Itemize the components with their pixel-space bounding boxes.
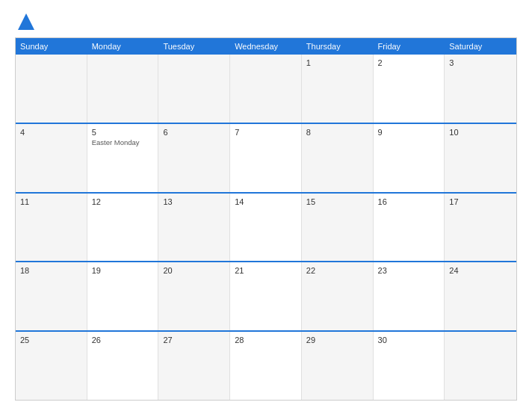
day-number: 15: [306, 197, 368, 206]
day-cell-2-3: 14: [230, 194, 302, 262]
day-number: 9: [378, 128, 440, 137]
day-cell-1-2: 6: [158, 124, 230, 192]
week-row-4: 252627282930: [16, 330, 516, 400]
logo-icon: [18, 13, 34, 30]
day-cell-4-4: 29: [302, 332, 374, 400]
week-row-0: 123: [16, 55, 516, 123]
day-number: 21: [235, 266, 297, 275]
day-number: 12: [92, 197, 154, 206]
day-cell-3-3: 21: [230, 262, 302, 330]
day-number: 3: [449, 58, 512, 67]
day-number: 25: [20, 336, 82, 344]
day-header-sunday: Sunday: [16, 38, 87, 55]
day-number: 17: [449, 197, 512, 206]
day-number: 6: [163, 128, 225, 137]
logo: [15, 13, 34, 30]
day-number: 2: [378, 58, 440, 67]
day-number: 5: [92, 128, 154, 137]
day-cell-3-1: 19: [87, 262, 159, 330]
day-number: 11: [20, 197, 82, 206]
day-header-thursday: Thursday: [302, 38, 374, 55]
day-cell-1-0: 4: [16, 124, 87, 192]
event-label: Easter Monday: [92, 138, 154, 146]
day-cell-0-1: [87, 55, 159, 123]
day-cell-4-3: 28: [230, 332, 302, 400]
day-cell-3-6: 24: [445, 262, 516, 330]
day-cell-3-0: 18: [16, 262, 87, 330]
day-cell-1-1: 5Easter Monday: [87, 124, 159, 192]
day-number: 4: [20, 128, 82, 137]
day-number: 30: [378, 336, 440, 344]
day-cell-1-3: 7: [230, 124, 302, 192]
day-number: 10: [449, 128, 512, 137]
day-header-wednesday: Wednesday: [230, 38, 302, 55]
day-cell-3-5: 23: [374, 262, 445, 330]
day-cell-1-5: 9: [374, 124, 445, 192]
page: SundayMondayTuesdayWednesdayThursdayFrid…: [0, 0, 532, 411]
day-number: 16: [378, 197, 440, 206]
day-cell-3-2: 20: [158, 262, 230, 330]
week-row-1: 45Easter Monday678910: [16, 123, 516, 192]
day-number: 7: [235, 128, 297, 137]
weeks: 12345Easter Monday6789101112131415161718…: [16, 55, 516, 400]
day-number: 22: [306, 266, 368, 275]
day-cell-0-2: [158, 55, 230, 123]
day-number: 27: [163, 336, 225, 344]
day-cell-0-5: 2: [374, 55, 445, 123]
day-number: 20: [163, 266, 225, 275]
day-cell-2-2: 13: [158, 194, 230, 262]
day-cell-4-2: 27: [158, 332, 230, 400]
svg-marker-0: [18, 13, 34, 30]
day-cell-4-5: 30: [374, 332, 445, 400]
day-number: 19: [92, 266, 154, 275]
day-headers: SundayMondayTuesdayWednesdayThursdayFrid…: [16, 38, 516, 55]
day-cell-2-6: 17: [445, 194, 516, 262]
day-cell-1-6: 10: [445, 124, 516, 192]
week-row-2: 11121314151617: [16, 192, 516, 262]
day-cell-0-4: 1: [302, 55, 374, 123]
day-cell-0-0: [16, 55, 87, 123]
day-number: 24: [449, 266, 512, 275]
day-cell-2-0: 11: [16, 194, 87, 262]
day-cell-0-3: [230, 55, 302, 123]
day-number: 18: [20, 266, 82, 275]
day-cell-2-1: 12: [87, 194, 159, 262]
day-cell-3-4: 22: [302, 262, 374, 330]
day-number: 23: [378, 266, 440, 275]
day-header-tuesday: Tuesday: [158, 38, 230, 55]
day-cell-4-0: 25: [16, 332, 87, 400]
day-number: 28: [235, 336, 297, 344]
day-number: 1: [306, 58, 368, 67]
day-number: 13: [163, 197, 225, 206]
calendar: SundayMondayTuesdayWednesdayThursdayFrid…: [15, 37, 517, 401]
day-number: 26: [92, 336, 154, 344]
day-header-saturday: Saturday: [445, 38, 516, 55]
day-number: 29: [306, 336, 368, 344]
day-header-friday: Friday: [374, 38, 445, 55]
day-cell-4-6: [445, 332, 516, 400]
day-header-monday: Monday: [87, 38, 159, 55]
day-cell-4-1: 26: [87, 332, 159, 400]
day-number: 8: [306, 128, 368, 137]
day-cell-2-5: 16: [374, 194, 445, 262]
day-cell-0-6: 3: [445, 55, 516, 123]
week-row-3: 18192021222324: [16, 261, 516, 330]
day-cell-1-4: 8: [302, 124, 374, 192]
header: [15, 13, 517, 30]
day-cell-2-4: 15: [302, 194, 374, 262]
day-number: 14: [235, 197, 297, 206]
